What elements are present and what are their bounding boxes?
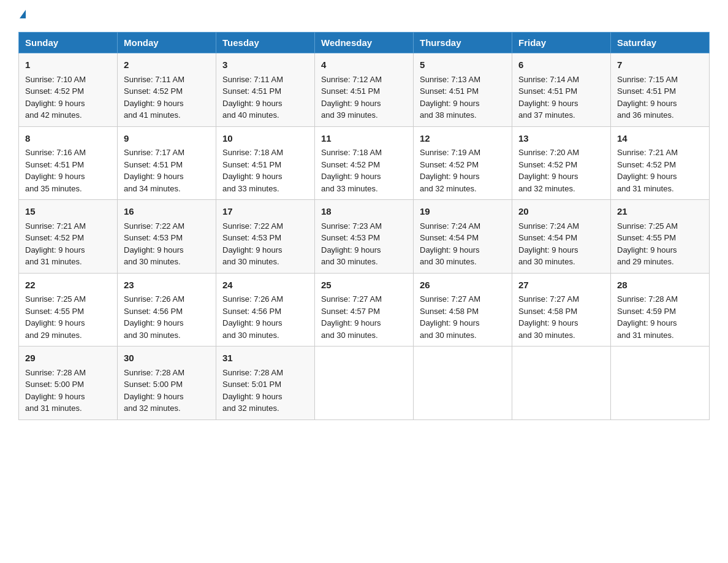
day-number: 26 [420, 278, 506, 293]
sunrise-text: Sunrise: 7:24 AM [518, 221, 579, 231]
daylight-text: Daylight: 9 hours [25, 318, 85, 327]
column-header-saturday: Saturday [611, 33, 710, 53]
sunrise-text: Sunrise: 7:15 AM [617, 75, 678, 84]
column-header-thursday: Thursday [414, 33, 512, 53]
sunset-text: Sunset: 4:51 PM [518, 86, 577, 96]
daylight-text: Daylight: 9 hours [124, 392, 184, 401]
calendar-cell [512, 347, 611, 420]
daylight-minutes-text: and 40 minutes. [222, 110, 279, 120]
sunset-text: Sunset: 4:51 PM [321, 86, 380, 96]
day-number: 14 [617, 132, 703, 146]
day-number: 4 [321, 58, 407, 72]
daylight-text: Daylight: 9 hours [222, 172, 282, 181]
day-number: 17 [222, 205, 308, 219]
calendar-week-row: 8 Sunrise: 7:16 AM Sunset: 4:51 PM Dayli… [19, 126, 710, 200]
daylight-minutes-text: and 29 minutes. [25, 331, 82, 340]
sunrise-text: Sunrise: 7:23 AM [321, 221, 382, 231]
sunset-text: Sunset: 4:51 PM [617, 86, 676, 96]
daylight-minutes-text: and 38 minutes. [420, 110, 477, 120]
daylight-minutes-text: and 32 minutes. [420, 184, 477, 193]
calendar-cell: 19 Sunrise: 7:24 AM Sunset: 4:54 PM Dayl… [414, 200, 512, 274]
column-header-friday: Friday [512, 33, 611, 53]
calendar-cell: 27 Sunrise: 7:27 AM Sunset: 4:58 PM Dayl… [512, 273, 611, 347]
daylight-text: Daylight: 9 hours [420, 318, 480, 327]
calendar-cell: 14 Sunrise: 7:21 AM Sunset: 4:52 PM Dayl… [611, 126, 710, 200]
daylight-minutes-text: and 30 minutes. [420, 331, 477, 340]
daylight-text: Daylight: 9 hours [420, 172, 480, 181]
sunset-text: Sunset: 4:58 PM [518, 307, 577, 316]
daylight-text: Daylight: 9 hours [518, 318, 578, 327]
sunrise-text: Sunrise: 7:26 AM [222, 294, 283, 304]
sunset-text: Sunset: 4:56 PM [222, 307, 281, 316]
sunset-text: Sunset: 4:52 PM [617, 160, 676, 169]
day-number: 2 [124, 58, 210, 72]
daylight-text: Daylight: 9 hours [124, 245, 184, 255]
daylight-minutes-text: and 42 minutes. [25, 110, 82, 120]
sunrise-text: Sunrise: 7:18 AM [222, 148, 283, 157]
sunset-text: Sunset: 4:53 PM [124, 233, 183, 242]
daylight-minutes-text: and 35 minutes. [25, 184, 82, 193]
sunset-text: Sunset: 4:53 PM [321, 233, 380, 242]
daylight-minutes-text: and 32 minutes. [518, 184, 575, 193]
sunset-text: Sunset: 4:51 PM [420, 86, 479, 96]
day-number: 20 [518, 205, 604, 219]
daylight-text: Daylight: 9 hours [321, 245, 381, 255]
sunrise-text: Sunrise: 7:13 AM [420, 75, 480, 84]
daylight-text: Daylight: 9 hours [25, 99, 85, 108]
calendar-cell: 16 Sunrise: 7:22 AM Sunset: 4:53 PM Dayl… [118, 200, 216, 274]
calendar-cell: 28 Sunrise: 7:28 AM Sunset: 4:59 PM Dayl… [611, 273, 710, 347]
sunrise-text: Sunrise: 7:12 AM [321, 75, 382, 84]
daylight-minutes-text: and 32 minutes. [222, 404, 279, 413]
sunrise-text: Sunrise: 7:25 AM [25, 294, 86, 304]
sunset-text: Sunset: 5:00 PM [25, 380, 84, 389]
day-number: 18 [321, 205, 407, 219]
day-number: 28 [617, 278, 703, 293]
column-header-monday: Monday [118, 33, 216, 53]
calendar-cell: 2 Sunrise: 7:11 AM Sunset: 4:52 PM Dayli… [118, 53, 216, 127]
daylight-minutes-text: and 31 minutes. [617, 331, 674, 340]
day-number: 13 [518, 132, 604, 146]
day-number: 3 [222, 58, 308, 72]
sunrise-text: Sunrise: 7:11 AM [124, 75, 184, 84]
daylight-minutes-text: and 34 minutes. [124, 184, 181, 193]
sunset-text: Sunset: 4:59 PM [617, 307, 676, 316]
calendar-cell: 15 Sunrise: 7:21 AM Sunset: 4:52 PM Dayl… [19, 200, 118, 274]
calendar-week-row: 29 Sunrise: 7:28 AM Sunset: 5:00 PM Dayl… [19, 347, 710, 420]
daylight-text: Daylight: 9 hours [222, 245, 282, 255]
daylight-minutes-text: and 30 minutes. [420, 257, 477, 266]
calendar-cell [611, 347, 710, 420]
daylight-minutes-text: and 31 minutes. [25, 257, 82, 266]
day-number: 5 [420, 58, 506, 72]
calendar-cell: 8 Sunrise: 7:16 AM Sunset: 4:51 PM Dayli… [19, 126, 118, 200]
daylight-text: Daylight: 9 hours [321, 99, 381, 108]
calendar-cell: 6 Sunrise: 7:14 AM Sunset: 4:51 PM Dayli… [512, 53, 611, 127]
day-number: 19 [420, 205, 506, 219]
daylight-minutes-text: and 29 minutes. [617, 257, 674, 266]
sunset-text: Sunset: 4:51 PM [124, 160, 183, 169]
sunrise-text: Sunrise: 7:27 AM [321, 294, 382, 304]
calendar-cell: 5 Sunrise: 7:13 AM Sunset: 4:51 PM Dayli… [414, 53, 512, 127]
daylight-minutes-text: and 30 minutes. [321, 257, 378, 266]
sunset-text: Sunset: 4:53 PM [222, 233, 281, 242]
calendar-cell: 23 Sunrise: 7:26 AM Sunset: 4:56 PM Dayl… [118, 273, 216, 347]
calendar-cell: 13 Sunrise: 7:20 AM Sunset: 4:52 PM Dayl… [512, 126, 611, 200]
daylight-minutes-text: and 33 minutes. [321, 184, 378, 193]
calendar-week-row: 22 Sunrise: 7:25 AM Sunset: 4:55 PM Dayl… [19, 273, 710, 347]
sunset-text: Sunset: 4:51 PM [222, 160, 281, 169]
daylight-text: Daylight: 9 hours [420, 99, 480, 108]
sunrise-text: Sunrise: 7:21 AM [617, 148, 678, 157]
calendar-table: SundayMondayTuesdayWednesdayThursdayFrid… [18, 32, 710, 420]
calendar-cell: 4 Sunrise: 7:12 AM Sunset: 4:51 PM Dayli… [315, 53, 414, 127]
day-number: 10 [222, 132, 308, 146]
day-number: 25 [321, 278, 407, 293]
daylight-minutes-text: and 30 minutes. [518, 257, 575, 266]
day-number: 11 [321, 132, 407, 146]
sunset-text: Sunset: 4:54 PM [420, 233, 479, 242]
calendar-cell: 31 Sunrise: 7:28 AM Sunset: 5:01 PM Dayl… [216, 347, 315, 420]
sunset-text: Sunset: 4:55 PM [617, 233, 676, 242]
calendar-cell: 30 Sunrise: 7:28 AM Sunset: 5:00 PM Dayl… [118, 347, 216, 420]
day-number: 12 [420, 132, 506, 146]
daylight-text: Daylight: 9 hours [518, 99, 578, 108]
sunset-text: Sunset: 5:01 PM [222, 380, 281, 389]
sunset-text: Sunset: 4:56 PM [124, 307, 183, 316]
